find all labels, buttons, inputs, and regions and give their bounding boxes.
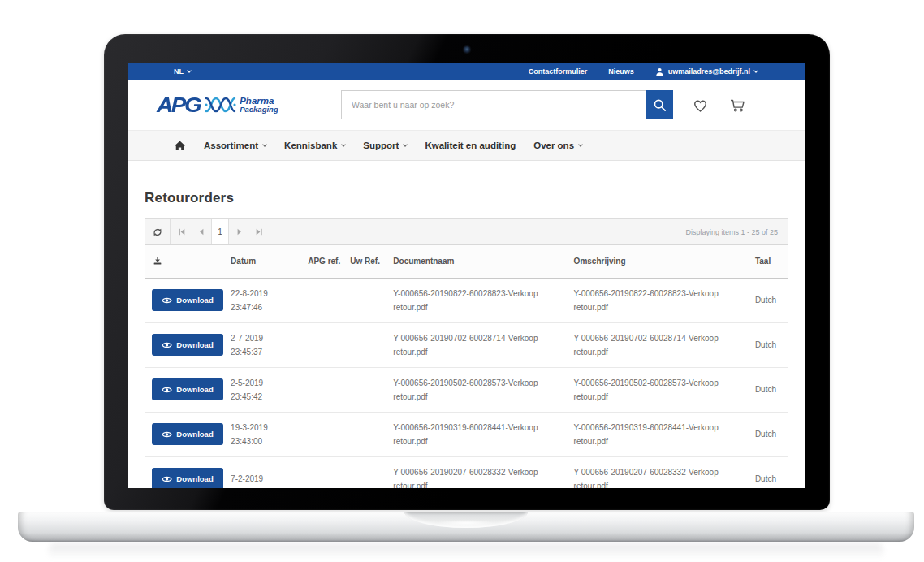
logo-brand-text: Pharma Packaging bbox=[240, 96, 278, 114]
language-selector[interactable]: NL bbox=[174, 67, 191, 76]
home-icon bbox=[174, 140, 186, 151]
eye-icon bbox=[162, 430, 172, 439]
user-email: uwmailadres@bedrijf.nl bbox=[668, 67, 750, 76]
description-cell: Y-000656-20190319-60028441-Verkoop retou… bbox=[568, 412, 749, 456]
nav-item-kwaliteit-en-auditing[interactable]: Kwaliteit en auditing bbox=[425, 140, 516, 150]
document-name-cell: Y-000656-20190702-60028714-Verkoop retou… bbox=[386, 322, 567, 367]
laptop-mockup: NL Contactformulier Nieuws uwmailadres@b… bbox=[0, 0, 924, 562]
apg-ref-cell bbox=[301, 367, 343, 412]
laptop-base bbox=[18, 512, 914, 542]
nav-home[interactable] bbox=[174, 140, 186, 151]
webcam-icon bbox=[464, 46, 470, 53]
download-button[interactable]: Download bbox=[152, 334, 223, 356]
date-cell: 19-3-2019 23:43:00 bbox=[224, 412, 301, 456]
date-cell: 2-5-2019 23:45:42 bbox=[224, 367, 301, 412]
documents-grid: 1 bbox=[145, 218, 788, 488]
eye-icon bbox=[162, 475, 172, 483]
download-button-label: Download bbox=[176, 474, 213, 483]
news-link[interactable]: Nieuws bbox=[608, 67, 634, 76]
nav-item-label: Support bbox=[363, 140, 399, 150]
date-value: 19-3-2019 bbox=[231, 421, 296, 434]
nav-item-support[interactable]: Support bbox=[363, 140, 407, 150]
table-row: Download 2-7-2019 23:45:37 Y-000656-2019… bbox=[145, 322, 788, 367]
refresh-icon bbox=[152, 227, 163, 238]
pager: 1 bbox=[172, 219, 268, 244]
download-button-label: Download bbox=[176, 340, 213, 349]
wishlist-button[interactable] bbox=[690, 95, 710, 115]
contact-link[interactable]: Contactformulier bbox=[529, 67, 588, 76]
download-column-header bbox=[145, 245, 224, 278]
table-row: Download 2-5-2019 23:45:42 Y-000656-2019… bbox=[145, 367, 788, 412]
first-page-button[interactable] bbox=[172, 219, 192, 244]
logo[interactable]: APG Pharma Packaging bbox=[157, 93, 341, 116]
search-bar bbox=[341, 90, 673, 119]
column-header-omschrijving: Omschrijving bbox=[568, 245, 749, 278]
table-row: Download 19-3-2019 23:43:00 Y-000656-201… bbox=[145, 412, 788, 456]
apg-ref-cell bbox=[301, 456, 343, 488]
nav-item-kennisbank[interactable]: Kennisbank bbox=[284, 140, 345, 150]
time-value: 23:47:46 bbox=[231, 300, 296, 314]
page-title: Retourorders bbox=[145, 190, 788, 206]
apg-ref-cell bbox=[301, 412, 343, 456]
column-header-documentnaam: Documentnaam bbox=[386, 245, 567, 278]
download-cell: Download bbox=[145, 456, 224, 488]
uw-ref-cell bbox=[343, 322, 386, 367]
heart-icon bbox=[690, 95, 710, 115]
language-label: NL bbox=[174, 67, 184, 76]
download-button[interactable]: Download bbox=[152, 423, 223, 445]
person-icon bbox=[655, 67, 664, 76]
cart-button[interactable] bbox=[728, 95, 748, 115]
user-menu[interactable]: uwmailadres@bedrijf.nl bbox=[655, 67, 758, 76]
prev-page-button[interactable] bbox=[192, 219, 211, 244]
page-number[interactable]: 1 bbox=[211, 219, 229, 244]
search-button[interactable] bbox=[646, 90, 673, 119]
date-value: 7-2-2019 bbox=[231, 472, 296, 486]
download-button-label: Download bbox=[176, 296, 213, 305]
language-cell: Dutch bbox=[749, 367, 788, 412]
chevron-down-icon bbox=[262, 142, 267, 147]
logo-apg-text: APG bbox=[157, 94, 200, 116]
download-button[interactable]: Download bbox=[152, 289, 223, 311]
laptop-reflection bbox=[49, 543, 883, 560]
download-button[interactable]: Download bbox=[152, 468, 223, 488]
download-button[interactable]: Download bbox=[152, 378, 223, 400]
download-icon bbox=[152, 255, 163, 266]
date-cell: 22-8-2019 23:47:46 bbox=[224, 278, 301, 322]
nav-item-label: Over ons bbox=[533, 140, 574, 150]
utility-bar: NL Contactformulier Nieuws uwmailadres@b… bbox=[128, 63, 805, 80]
description-cell: Y-000656-20190822-60028823-Verkoop retou… bbox=[568, 278, 749, 322]
nav-item-assortiment[interactable]: Assortiment bbox=[204, 140, 266, 150]
time-value: 23:45:42 bbox=[231, 390, 296, 404]
table-row: Download 7-2-2019 Y-000656-20190207-6002… bbox=[145, 456, 788, 488]
prev-page-icon bbox=[196, 227, 207, 237]
chevron-down-icon bbox=[341, 142, 346, 147]
uw-ref-cell bbox=[343, 456, 386, 488]
description-cell: Y-000656-20190207-60028332-Verkoop retou… bbox=[568, 456, 749, 488]
search-icon bbox=[653, 98, 667, 112]
refresh-button[interactable] bbox=[145, 219, 171, 244]
search-input[interactable] bbox=[341, 90, 646, 119]
download-cell: Download bbox=[145, 322, 224, 367]
time-value: 23:45:37 bbox=[231, 345, 296, 359]
date-cell: 2-7-2019 23:45:37 bbox=[224, 322, 301, 367]
nav-item-over-ons[interactable]: Over ons bbox=[533, 140, 582, 150]
nav-item-label: Assortiment bbox=[204, 140, 258, 150]
document-name-cell: Y-000656-20190319-60028441-Verkoop retou… bbox=[386, 412, 567, 456]
logo-brand-line2: Packaging bbox=[240, 106, 278, 114]
date-value: 2-5-2019 bbox=[231, 376, 296, 390]
first-page-icon bbox=[177, 227, 188, 237]
site-header: APG Pharma Packaging bbox=[128, 80, 805, 130]
last-page-button[interactable] bbox=[248, 219, 268, 244]
date-value: 22-8-2019 bbox=[231, 287, 296, 300]
column-header-taal: Taal bbox=[749, 245, 788, 278]
column-header-datum: Datum bbox=[224, 245, 301, 278]
apg-ref-cell bbox=[301, 278, 343, 322]
document-name-cell: Y-000656-20190822-60028823-Verkoop retou… bbox=[386, 278, 567, 322]
documents-table: Datum APG ref. Uw Ref. Documentnaam Omsc… bbox=[145, 245, 788, 488]
eye-icon bbox=[162, 341, 172, 349]
download-button-label: Download bbox=[176, 385, 213, 394]
table-row: Download 22-8-2019 23:47:46 Y-000656-201… bbox=[145, 278, 788, 322]
column-header-apg-ref: APG ref. bbox=[301, 245, 343, 278]
next-page-button[interactable] bbox=[229, 219, 248, 244]
laptop-base-notch bbox=[404, 512, 528, 528]
